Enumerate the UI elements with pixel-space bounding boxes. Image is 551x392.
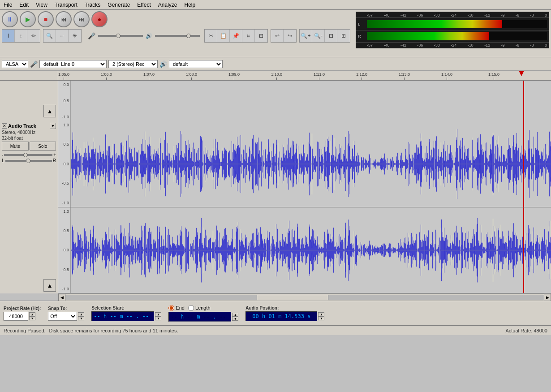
play-button[interactable]: ▶ xyxy=(20,11,36,27)
project-rate-input[interactable] xyxy=(4,312,28,321)
scroll-track[interactable] xyxy=(65,295,544,300)
channels-select[interactable]: 2 (Stereo) Rec xyxy=(108,60,158,68)
length-radio[interactable] xyxy=(188,305,194,311)
pause-button[interactable]: ⏸ xyxy=(2,11,18,27)
undo-tool[interactable]: ↩ xyxy=(271,30,284,42)
menu-edit[interactable]: Edit xyxy=(16,1,32,9)
audio-pos-spinner: ▲ ▼ xyxy=(318,312,324,320)
cut-tool[interactable]: ✂ xyxy=(205,30,217,42)
mute-button[interactable]: Mute xyxy=(2,142,29,151)
menu-view[interactable]: View xyxy=(32,1,51,9)
input-gain-slider[interactable] xyxy=(116,34,121,38)
sel-start-spin-up[interactable]: ▲ xyxy=(155,312,161,316)
end-length-section: End Length ▲ ▼ xyxy=(168,305,238,322)
rate-spinner: ▲ ▼ xyxy=(29,312,35,320)
audio-position-input[interactable] xyxy=(245,311,317,321)
record-button[interactable]: ● xyxy=(91,11,108,27)
pan-slider-thumb[interactable] xyxy=(26,159,30,163)
stop-button[interactable]: ■ xyxy=(38,11,54,27)
selection-start-input[interactable] xyxy=(91,311,154,321)
vu-tick-label: -6 xyxy=(516,13,519,17)
track-name: Audio Track xyxy=(8,123,49,129)
snap-select[interactable]: Off xyxy=(48,312,77,321)
audio-position-section: Audio Position: ▲ ▼ xyxy=(245,306,324,321)
audio-pos-spin-up[interactable]: ▲ xyxy=(318,312,324,316)
scroll-left-button[interactable]: ◀ xyxy=(58,294,65,301)
solo-button[interactable]: Solo xyxy=(30,142,56,151)
track-close-button[interactable]: ✕ xyxy=(2,123,7,129)
output-device-select[interactable]: default xyxy=(169,60,223,68)
snap-value: Off ▲ ▼ xyxy=(48,312,84,321)
paste-tool[interactable]: 📌 xyxy=(230,30,242,42)
vu-tick-label-low: -57 xyxy=(367,43,373,47)
end-radio-label: End xyxy=(176,305,185,310)
audio-system-select[interactable]: ALSA xyxy=(2,60,28,68)
zoom-in-tool[interactable]: 🔍+ xyxy=(300,30,312,42)
skipback-button[interactable]: ⏮ xyxy=(56,11,72,27)
pan-r-label: R xyxy=(53,158,56,163)
snap-spin-down[interactable]: ▼ xyxy=(78,316,84,320)
pencil-tool[interactable]: ✏ xyxy=(27,30,40,42)
menu-tracks[interactable]: Tracks xyxy=(81,1,104,9)
gain-slider[interactable] xyxy=(4,154,52,156)
menu-file[interactable]: File xyxy=(0,1,16,9)
snap-spinner: ▲ ▼ xyxy=(78,312,84,320)
rate-spin-down[interactable]: ▼ xyxy=(29,316,35,320)
pan-slider[interactable] xyxy=(5,160,52,162)
ch2-scale-lower: -0.5 xyxy=(58,267,70,272)
audio-position-label: Audio Position: xyxy=(245,306,324,310)
scroll-right-button[interactable]: ▶ xyxy=(544,294,551,301)
rate-spin-up[interactable]: ▲ xyxy=(29,312,35,316)
collapse-track-button[interactable]: ▲ xyxy=(43,279,56,292)
ch2-scale-top: 1.0 xyxy=(58,209,70,214)
multi-tool[interactable]: ✳ xyxy=(69,30,81,42)
menu-analyze[interactable]: Analyze xyxy=(155,1,181,9)
ch1-scale-mid: 0.0 xyxy=(58,162,70,166)
ruler-mark: 1:06.0 xyxy=(101,72,112,80)
envelope-tool[interactable]: ↕ xyxy=(15,30,27,42)
redo-tool[interactable]: ↪ xyxy=(284,30,296,42)
end-value-row: ▲ ▼ xyxy=(168,312,238,322)
playhead-upper xyxy=(523,81,524,121)
vu-tick-label-low: -48 xyxy=(383,43,389,47)
copy-tool[interactable]: 📋 xyxy=(217,30,230,42)
end-radio[interactable] xyxy=(168,305,174,311)
menu-help[interactable]: Help xyxy=(181,1,199,9)
scale-mid: -0.5 xyxy=(58,99,70,103)
vu-tick-label-low: -30 xyxy=(434,43,440,47)
end-spin-up[interactable]: ▲ xyxy=(232,313,238,317)
menu-transport[interactable]: Transport xyxy=(51,1,81,9)
gain-slider-thumb[interactable] xyxy=(23,153,28,157)
sel-start-spin-down[interactable]: ▼ xyxy=(155,316,161,320)
trim-tool[interactable]: ⌗ xyxy=(242,30,255,42)
collapse-upper-button[interactable]: ▲ xyxy=(43,105,56,117)
length-radio-label: Length xyxy=(195,305,211,310)
scroll-thumb[interactable] xyxy=(257,295,328,300)
ruler-mark: 1:12.0 xyxy=(356,72,367,80)
end-time-input[interactable] xyxy=(168,312,231,322)
zoom-sel-tool[interactable]: ⊞ xyxy=(337,30,350,42)
zoom-out-tool[interactable]: 🔍- xyxy=(312,30,325,42)
audio-pos-spin-down[interactable]: ▼ xyxy=(318,316,324,320)
waveform-upper xyxy=(71,81,551,121)
ruler-content: 1:05.0 1:06.0 1:07.0 1:08.0 1:09.0 1:10.… xyxy=(58,71,551,80)
playhead-marker xyxy=(519,71,524,76)
silence-tool[interactable]: ⊟ xyxy=(255,30,267,42)
track-dropdown-button[interactable]: ▼ xyxy=(50,123,56,129)
menu-effect[interactable]: Effect xyxy=(133,1,154,9)
end-length-radio-group: End Length xyxy=(168,305,238,311)
select-tool[interactable]: I xyxy=(2,30,15,42)
menu-generate[interactable]: Generate xyxy=(104,1,133,9)
input-device-select[interactable]: default: Line:0 xyxy=(39,60,107,68)
vu-tick-label-low: -9 xyxy=(501,43,505,47)
audio-track: ✕ Audio Track ▼ Stereo, 48000Hz 32-bit f… xyxy=(0,121,551,293)
output-gain-slider[interactable] xyxy=(186,34,191,38)
zoom-fit-tool[interactable]: ⊡ xyxy=(325,30,337,42)
timeline-ruler: 1:05.0 1:06.0 1:07.0 1:08.0 1:09.0 1:10.… xyxy=(0,71,551,81)
zoom-tool[interactable]: 🔍 xyxy=(43,30,56,42)
skipfwd-button[interactable]: ⏭ xyxy=(73,11,90,27)
ruler-mark: 1:05.0 xyxy=(58,72,69,80)
snap-spin-up[interactable]: ▲ xyxy=(78,312,84,316)
timeshift-tool[interactable]: ↔ xyxy=(56,30,69,42)
end-spin-down[interactable]: ▼ xyxy=(232,317,238,321)
